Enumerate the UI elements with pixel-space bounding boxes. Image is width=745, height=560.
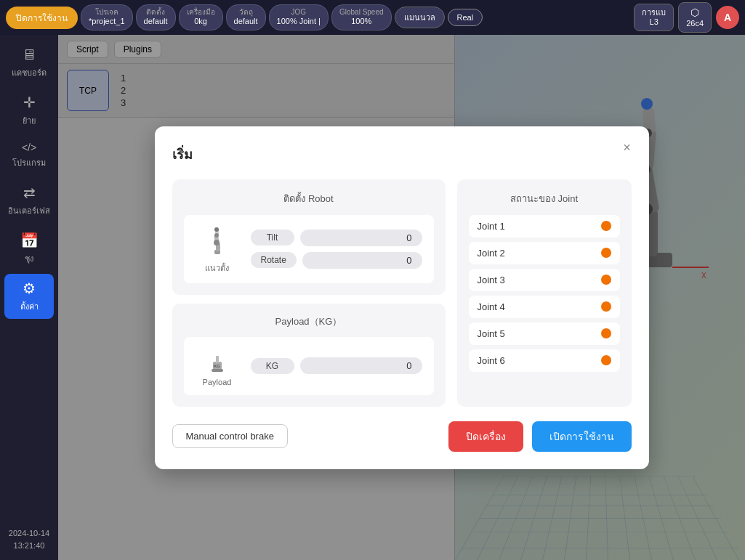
rotate-label: Rotate	[251, 252, 297, 268]
dialog-title: เริ่ม	[172, 144, 632, 165]
svg-rect-20	[212, 369, 223, 372]
install-label: ติดตั้ง	[146, 8, 165, 17]
global-value: 100%	[351, 17, 371, 26]
payload-inner: KG Payload KG 0	[184, 337, 434, 395]
jog-value: 100% Joint |	[277, 17, 321, 26]
mode-button[interactable]: แมนนวล	[395, 7, 445, 28]
joint-6-status	[601, 355, 611, 365]
joint-5-status	[601, 328, 611, 338]
rotate-row: Rotate 0	[251, 252, 422, 269]
joint-2-name: Joint 2	[478, 248, 505, 259]
dialog-body: ติดตั้ง Robot	[172, 179, 632, 407]
dialog-footer: Manual control brake ปิดเครื่อง เปิดการใ…	[172, 421, 632, 452]
dialog: × เริ่ม ติดตั้ง Robot	[155, 126, 649, 469]
sidebar-item-schedule[interactable]: 📅 ชุง	[4, 226, 54, 271]
jog-tag: JOG 100% Joint |	[269, 4, 329, 30]
check-button[interactable]: ⬡ 26c4	[678, 2, 712, 33]
check-value: 26c4	[686, 19, 704, 28]
robot-install-title: ติดตั้ง Robot	[184, 191, 434, 206]
svg-text:KG: KG	[214, 364, 220, 368]
tool-label: เครื่องมือ	[187, 8, 215, 17]
interface-icon: ⇄	[23, 184, 36, 201]
sidebar-label-settings: ตั้งค่า	[20, 300, 39, 313]
time-display: 13:21:40	[0, 540, 58, 552]
svg-point-17	[214, 227, 219, 232]
content-area: Script Plugins ⬡ 🛡 TCP 1 2 3	[58, 35, 745, 560]
speed-tag: วัตถุ default	[226, 4, 266, 30]
joint-item-2: Joint 2	[469, 242, 620, 264]
overlay: × เริ่ม ติดตั้ง Robot	[58, 35, 745, 560]
sidebar-label-program: โปรแกรม	[12, 156, 46, 169]
svg-point-16	[214, 233, 219, 238]
speed-label: วัตถุ	[239, 8, 253, 17]
project-value: *project_1	[89, 17, 125, 26]
payload-icon: KG	[203, 346, 232, 375]
joint-1-status	[601, 221, 611, 231]
joint-4-name: Joint 4	[478, 301, 505, 312]
layer-button[interactable]: การแบ L3	[634, 4, 674, 31]
settings-icon: ⚙	[23, 280, 36, 297]
schedule-icon: 📅	[20, 232, 39, 249]
sidebar-item-program[interactable]: </> โปรแกรม	[4, 136, 54, 175]
sidebar-item-move[interactable]: ✛ ย้าย	[4, 88, 54, 133]
jog-label: JOG	[291, 8, 307, 17]
joint-3-name: Joint 3	[478, 275, 505, 285]
tilt-label: Tilt	[251, 230, 294, 245]
joint-3-status	[601, 275, 611, 285]
date-display: 2024-10-14	[0, 527, 58, 540]
robot-icon-area: แนวตั้ง	[196, 224, 239, 275]
right-panel: สถานะของ Joint Joint 1 Joint 2	[457, 179, 632, 407]
sidebar-label-interface: อินเตอร์เฟส	[8, 204, 50, 217]
real-button[interactable]: Real	[448, 9, 483, 26]
svg-point-15	[214, 240, 220, 245]
joint-item-5: Joint 5	[469, 322, 620, 345]
move-icon: ✛	[23, 94, 36, 111]
kg-row: KG 0	[251, 357, 422, 374]
joint-4-status	[601, 301, 611, 312]
joint-5-name: Joint 5	[478, 328, 505, 339]
main-layout: 🖥 แดชบอร์ด ✛ ย้าย </> โปรแกรม ⇄ อินเตอร์…	[0, 35, 745, 560]
rotate-value: 0	[302, 252, 422, 269]
joint-status-title: สถานะของ Joint	[469, 191, 620, 206]
sidebar-label-dashboard: แดชบอร์ด	[12, 66, 47, 79]
joint-item-4: Joint 4	[469, 296, 620, 318]
robot-install-inner: แนวตั้ง Tilt 0 Rotate 0	[184, 215, 434, 283]
sidebar-item-interface[interactable]: ⇄ อินเตอร์เฟส	[4, 178, 54, 223]
dashboard-icon: 🖥	[22, 46, 36, 63]
payload-title: Payload（KG）	[184, 315, 434, 328]
payload-label: Payload	[203, 378, 232, 386]
joint-status-card: สถานะของ Joint Joint 1 Joint 2	[457, 179, 632, 407]
joint-item-6: Joint 6	[469, 349, 620, 372]
dialog-close-button[interactable]: ×	[617, 138, 637, 158]
install-value: default	[144, 17, 168, 26]
sidebar: 🖥 แดชบอร์ด ✛ ย้าย </> โปรแกรม ⇄ อินเตอร์…	[0, 35, 58, 560]
tool-tag: เครื่องมือ 0kg	[179, 4, 223, 30]
sidebar-item-settings[interactable]: ⚙ ตั้งค่า	[4, 274, 54, 319]
joint-item-1: Joint 1	[469, 215, 620, 238]
start-usage-button[interactable]: เปิดการใช้งาน	[532, 421, 632, 452]
datetime: 2024-10-14 13:21:40	[0, 527, 58, 551]
joint-2-status	[601, 248, 611, 258]
sidebar-label-move: ย้าย	[23, 114, 36, 127]
avatar[interactable]: A	[716, 6, 739, 29]
topbar-right: การแบ L3 ⬡ 26c4 A	[634, 2, 739, 33]
project-label: โปรเจค	[95, 8, 118, 17]
close-usage-button[interactable]: ปิดการใช้งาน	[6, 7, 78, 29]
robot-install-card: ติดตั้ง Robot	[172, 179, 446, 295]
svg-rect-19	[216, 356, 219, 363]
speed-value: default	[234, 17, 258, 26]
sidebar-label-schedule: ชุง	[25, 252, 33, 265]
layer-value: L3	[650, 17, 659, 27]
joint-list: Joint 1 Joint 2 Joint 3	[469, 215, 620, 372]
manual-brake-button[interactable]: Manual control brake	[172, 424, 288, 448]
tilt-value: 0	[300, 230, 422, 246]
shutdown-button[interactable]: ปิดเครื่อง	[448, 421, 523, 452]
joint-item-3: Joint 3	[469, 269, 620, 291]
project-tag: โปรเจค *project_1	[81, 4, 133, 30]
program-icon: </>	[22, 142, 36, 153]
left-panel: ติดตั้ง Robot	[172, 179, 446, 407]
payload-fields: KG 0	[251, 357, 422, 374]
sidebar-item-dashboard[interactable]: 🖥 แดชบอร์ด	[4, 41, 54, 85]
robot-fields: Tilt 0 Rotate 0	[251, 230, 422, 269]
topbar: ปิดการใช้งาน โปรเจค *project_1 ติดตั้ง d…	[0, 0, 745, 35]
